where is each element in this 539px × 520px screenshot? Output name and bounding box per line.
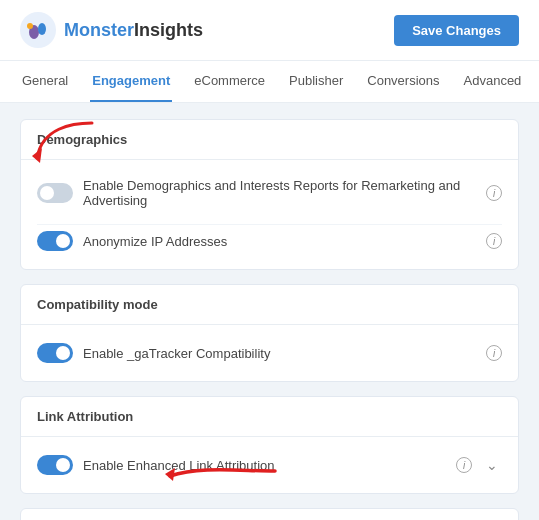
enhanced-link-toggle[interactable] (37, 455, 73, 475)
enhanced-link-chevron[interactable]: ⌄ (482, 455, 502, 475)
scroll-tracking-card: Scroll Tracking Track Scrolling Depth i (20, 508, 519, 520)
link-attribution-card-body: Enable Enhanced Link Attribution i ⌄ (21, 437, 518, 493)
demographics-remarketing-toggle[interactable] (37, 183, 73, 203)
enhanced-link-label: Enable Enhanced Link Attribution (83, 458, 446, 473)
ga-tracker-toggle[interactable] (37, 343, 73, 363)
tab-general[interactable]: General (20, 61, 70, 102)
ga-tracker-row: Enable _gaTracker Compatibility i (37, 337, 502, 369)
ga-tracker-label: Enable _gaTracker Compatibility (83, 346, 476, 361)
demographics-card: Demographics Enable Demographics and Int… (20, 119, 519, 270)
tab-publisher[interactable]: Publisher (287, 61, 345, 102)
enhanced-link-info[interactable]: i (456, 457, 472, 473)
compatibility-card: Compatibility mode Enable _gaTracker Com… (20, 284, 519, 382)
main-content: Demographics Enable Demographics and Int… (0, 103, 539, 520)
anonymize-ip-toggle[interactable] (37, 231, 73, 251)
link-attribution-card: Link Attribution Enable Enhanced Link At… (20, 396, 519, 494)
demographics-remarketing-label: Enable Demographics and Interests Report… (83, 178, 476, 208)
scroll-tracking-card-header: Scroll Tracking (21, 509, 518, 520)
header: MonsterInsights Save Changes (0, 0, 539, 61)
link-attribution-card-header: Link Attribution (21, 397, 518, 437)
logo-text: MonsterInsights (64, 20, 203, 41)
ga-tracker-info[interactable]: i (486, 345, 502, 361)
demographics-card-body: Enable Demographics and Interests Report… (21, 160, 518, 269)
tab-engagement[interactable]: Engagement (90, 61, 172, 102)
anonymize-ip-label: Anonymize IP Addresses (83, 234, 476, 249)
enhanced-link-row: Enable Enhanced Link Attribution i ⌄ (37, 449, 502, 481)
save-changes-button[interactable]: Save Changes (394, 15, 519, 46)
svg-point-5 (27, 23, 33, 29)
logo-area: MonsterInsights (20, 12, 203, 48)
svg-point-4 (38, 23, 46, 35)
logo-icon (20, 12, 56, 48)
compatibility-card-body: Enable _gaTracker Compatibility i (21, 325, 518, 381)
anonymize-ip-info[interactable]: i (486, 233, 502, 249)
nav-tabs: General Engagement eCommerce Publisher C… (0, 61, 539, 103)
demographics-remarketing-info[interactable]: i (486, 185, 502, 201)
tab-ecommerce[interactable]: eCommerce (192, 61, 267, 102)
compatibility-card-header: Compatibility mode (21, 285, 518, 325)
tab-conversions[interactable]: Conversions (365, 61, 441, 102)
tab-advanced[interactable]: Advanced (462, 61, 524, 102)
anonymize-ip-row: Anonymize IP Addresses i (37, 224, 502, 257)
demographics-card-header: Demographics (21, 120, 518, 160)
demographics-remarketing-row: Enable Demographics and Interests Report… (37, 172, 502, 214)
